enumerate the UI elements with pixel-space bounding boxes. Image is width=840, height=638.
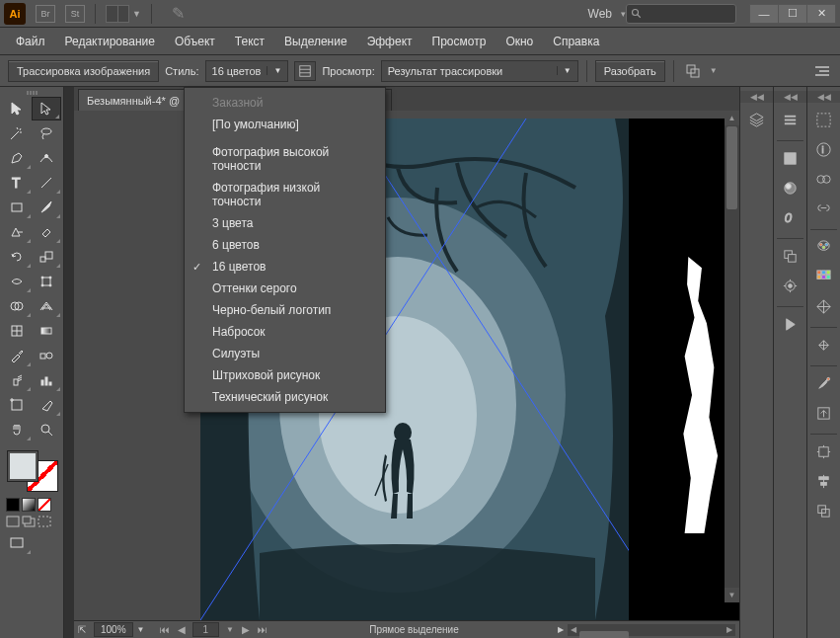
- prev-page-icon[interactable]: ◀: [175, 624, 189, 635]
- draw-behind[interactable]: [22, 516, 36, 527]
- draw-inside[interactable]: [38, 516, 51, 527]
- perspective-grid-tool[interactable]: [33, 294, 62, 318]
- dropdown-item[interactable]: Оттенки серого: [185, 278, 385, 299]
- next-page-icon[interactable]: ▶: [239, 624, 253, 635]
- panel-expand-icon[interactable]: ◀◀: [740, 91, 773, 103]
- maximize-button[interactable]: ☐: [778, 4, 807, 24]
- artboard-tool[interactable]: [2, 393, 32, 417]
- expand-button[interactable]: Разобрать: [595, 60, 665, 82]
- info-icon[interactable]: i: [811, 136, 837, 162]
- document-profile-label[interactable]: Web: [588, 7, 612, 21]
- pathfinder-icon[interactable]: [811, 498, 837, 523]
- scroll-up-icon[interactable]: ▲: [725, 111, 739, 125]
- symbols-icon[interactable]: [811, 332, 837, 358]
- curvature-tool[interactable]: [33, 146, 62, 170]
- column-graph-tool[interactable]: [33, 368, 62, 392]
- shape-builder-tool[interactable]: [2, 294, 32, 318]
- color-mode-gradient[interactable]: [22, 498, 36, 512]
- panel-expand-icon[interactable]: ◀◀: [807, 91, 840, 103]
- image-trace-button[interactable]: Трассировка изображения: [8, 60, 159, 82]
- width-tool[interactable]: [2, 270, 32, 293]
- stroke-panel-icon[interactable]: [778, 145, 803, 171]
- cc-libraries-icon[interactable]: [811, 166, 837, 192]
- draw-normal[interactable]: [6, 516, 20, 527]
- transform-panel-icon[interactable]: [811, 439, 837, 464]
- transform-icon[interactable]: [682, 61, 704, 81]
- type-tool[interactable]: T: [2, 171, 32, 195]
- zoom-tool[interactable]: [33, 418, 62, 441]
- appearance-icon[interactable]: [778, 243, 803, 269]
- stock-icon[interactable]: St: [65, 5, 85, 23]
- scroll-down-icon[interactable]: ▼: [725, 588, 739, 602]
- chevron-down-icon[interactable]: ▼: [223, 625, 237, 634]
- graphic-styles-icon[interactable]: [778, 273, 803, 298]
- menu-window[interactable]: Окно: [496, 31, 543, 52]
- align-icon[interactable]: [811, 468, 837, 494]
- rotate-tool[interactable]: [2, 245, 32, 269]
- scale-tool[interactable]: [33, 245, 62, 269]
- dropdown-item[interactable]: Штриховой рисунок: [185, 364, 385, 386]
- gradient-panel-icon[interactable]: [778, 175, 803, 200]
- menu-effect[interactable]: Эффект: [357, 31, 422, 52]
- search-input[interactable]: [626, 4, 736, 24]
- canvas[interactable]: ▲ ▼: [74, 111, 739, 620]
- dropdown-item[interactable]: [По умолчанию]: [185, 114, 385, 135]
- vertical-scrollbar[interactable]: ▲ ▼: [725, 111, 739, 602]
- swatches-icon[interactable]: [811, 264, 837, 289]
- menu-view[interactable]: Просмотр: [422, 31, 496, 52]
- dropdown-item[interactable]: Черно-белый логотип: [185, 299, 385, 321]
- chevron-right-icon[interactable]: ▶: [558, 625, 564, 634]
- menu-help[interactable]: Справка: [543, 31, 609, 52]
- menu-edit[interactable]: Редактирование: [55, 31, 165, 52]
- symbol-sprayer-tool[interactable]: [2, 368, 32, 392]
- minimize-button[interactable]: —: [749, 4, 779, 24]
- magic-wand-tool[interactable]: [2, 121, 32, 145]
- color-mode-none[interactable]: [38, 498, 51, 512]
- rectangle-tool[interactable]: [2, 196, 32, 219]
- gpu-icon[interactable]: ✎: [172, 4, 185, 23]
- blend-tool[interactable]: [33, 344, 62, 367]
- chevron-down-icon[interactable]: ▼: [710, 66, 718, 75]
- bridge-icon[interactable]: Br: [36, 5, 55, 23]
- paintbrush-tool[interactable]: [33, 196, 62, 219]
- hand-tool[interactable]: [2, 418, 32, 441]
- color-guide-icon[interactable]: [811, 293, 837, 319]
- free-transform-tool[interactable]: [33, 270, 62, 293]
- export-icon[interactable]: ⇱: [78, 624, 86, 635]
- lasso-tool[interactable]: [33, 121, 62, 145]
- type-char-icon[interactable]: 0: [778, 204, 803, 230]
- scroll-thumb[interactable]: [579, 631, 629, 639]
- last-page-icon[interactable]: ⏭: [255, 624, 270, 635]
- screen-mode-tool[interactable]: [2, 531, 32, 555]
- gradient-tool[interactable]: [33, 319, 62, 343]
- properties-icon[interactable]: [778, 107, 803, 132]
- links-icon[interactable]: [811, 196, 837, 221]
- color-panel-icon[interactable]: [811, 234, 837, 260]
- document-tab[interactable]: Безымянный-4* @: [78, 89, 189, 111]
- dropdown-item[interactable]: 6 цветов: [185, 234, 385, 256]
- trace-options-icon[interactable]: [294, 61, 316, 81]
- eraser-tool[interactable]: [33, 220, 62, 244]
- shaper-tool[interactable]: [2, 220, 32, 244]
- dropdown-item[interactable]: 3 цвета: [185, 212, 385, 234]
- menu-object[interactable]: Объект: [165, 31, 225, 52]
- scroll-left-icon[interactable]: ◀: [568, 625, 579, 634]
- zoom-control[interactable]: 100%▼: [94, 622, 145, 637]
- fill-stroke-swatch[interactable]: [5, 448, 60, 494]
- close-button[interactable]: ✕: [806, 4, 836, 24]
- dropdown-item[interactable]: Набросок: [185, 321, 385, 343]
- horizontal-scrollbar[interactable]: ◀ ▶: [568, 624, 735, 636]
- page-field[interactable]: 1: [192, 622, 220, 637]
- line-tool[interactable]: [33, 171, 62, 195]
- panel-grip[interactable]: [2, 89, 61, 97]
- style-dropdown[interactable]: 16 цветов▼: [205, 60, 289, 82]
- panel-menu-icon[interactable]: [810, 66, 832, 76]
- frame-icon[interactable]: [811, 107, 837, 132]
- scroll-thumb[interactable]: [726, 126, 737, 209]
- brushes-icon[interactable]: [811, 370, 837, 396]
- arrange-documents-icon[interactable]: [106, 5, 129, 23]
- eyedropper-tool[interactable]: [2, 344, 32, 367]
- scroll-right-icon[interactable]: ▶: [724, 625, 735, 634]
- menu-text[interactable]: Текст: [225, 31, 274, 52]
- dropdown-item[interactable]: Фотография низкой точности: [185, 177, 385, 212]
